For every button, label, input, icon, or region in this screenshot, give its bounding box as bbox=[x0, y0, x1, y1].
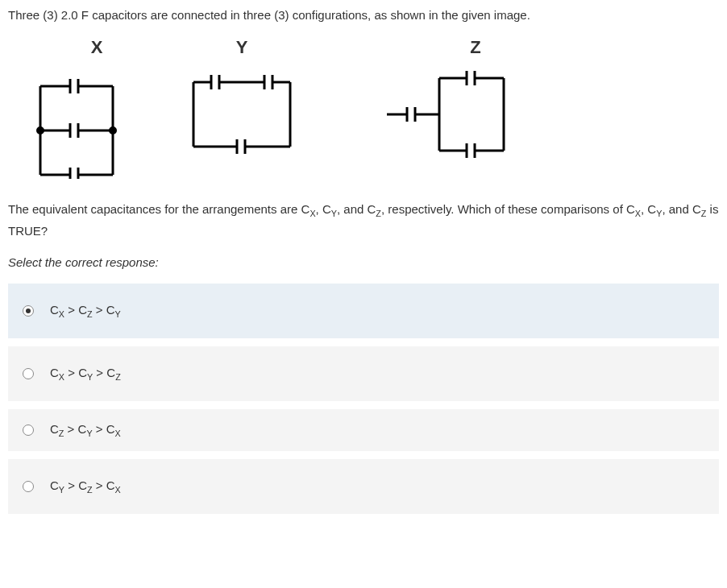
circuit-y-svg bbox=[177, 58, 306, 163]
option-c[interactable]: CZ > CY > CX bbox=[8, 409, 719, 451]
t: C bbox=[50, 303, 59, 317]
s: Y bbox=[86, 429, 92, 438]
option-a[interactable]: CX > CZ > CY bbox=[8, 284, 719, 338]
t: > C bbox=[93, 422, 115, 436]
body-text: , respectively. Which of these compariso… bbox=[381, 202, 635, 216]
t: C bbox=[50, 366, 59, 379]
option-d-text: CY > CZ > CX bbox=[50, 478, 121, 495]
instruction-text: Select the correct response: bbox=[8, 255, 719, 269]
question-body: The equivalent capacitances for the arra… bbox=[8, 199, 719, 242]
diagram-label-z: Z bbox=[470, 37, 480, 58]
diagram-label-y: Y bbox=[236, 37, 248, 58]
t: > C bbox=[64, 366, 87, 379]
body-text: , C bbox=[641, 202, 656, 216]
circuit-z-svg bbox=[383, 58, 520, 171]
sub: X bbox=[309, 209, 315, 218]
t: > C bbox=[93, 303, 115, 317]
t: > C bbox=[64, 422, 86, 436]
s: X bbox=[115, 429, 121, 438]
t: > C bbox=[93, 478, 115, 492]
t: C bbox=[50, 422, 59, 436]
option-b-text: CX > CY > CZ bbox=[50, 366, 121, 382]
body-text: , and C bbox=[662, 202, 700, 216]
s: X bbox=[59, 372, 64, 382]
s: X bbox=[59, 309, 64, 319]
s: Z bbox=[87, 309, 93, 319]
diagram-y: Y bbox=[177, 37, 306, 163]
t: > C bbox=[93, 366, 115, 379]
sub: Z bbox=[376, 209, 381, 218]
sub: X bbox=[635, 209, 641, 218]
s: Y bbox=[115, 309, 121, 319]
option-a-text: CX > CZ > CY bbox=[50, 303, 121, 319]
option-d[interactable]: CY > CZ > CX bbox=[8, 459, 719, 514]
s: Z bbox=[87, 485, 93, 495]
body-text: The equivalent capacitances for the arra… bbox=[8, 202, 309, 216]
diagram-label-x: X bbox=[91, 37, 103, 58]
t: > C bbox=[64, 478, 87, 492]
sub: Y bbox=[331, 209, 337, 218]
diagram-z: Z bbox=[383, 37, 520, 171]
s: Z bbox=[115, 372, 121, 382]
svg-point-10 bbox=[38, 127, 44, 133]
s: X bbox=[115, 485, 121, 495]
diagram-row: X bbox=[8, 37, 719, 179]
radio-b[interactable] bbox=[23, 368, 34, 379]
s: Y bbox=[59, 485, 64, 495]
body-text: , and C bbox=[337, 202, 376, 216]
t: C bbox=[50, 478, 59, 492]
options-list: CX > CZ > CY CX > CY > CZ CZ > CY > CX C… bbox=[8, 284, 719, 514]
radio-c[interactable] bbox=[23, 424, 34, 436]
body-text: , C bbox=[316, 202, 331, 216]
circuit-x-svg bbox=[20, 58, 133, 179]
t: > C bbox=[64, 303, 87, 317]
diagram-x: X bbox=[20, 37, 133, 179]
option-c-text: CZ > CY > CX bbox=[50, 422, 121, 438]
question-intro: Three (3) 2.0 F capacitors are connected… bbox=[8, 6, 719, 25]
radio-d[interactable] bbox=[23, 481, 34, 492]
svg-point-11 bbox=[110, 127, 116, 133]
option-b[interactable]: CX > CY > CZ bbox=[8, 346, 719, 401]
radio-a[interactable] bbox=[23, 305, 34, 317]
